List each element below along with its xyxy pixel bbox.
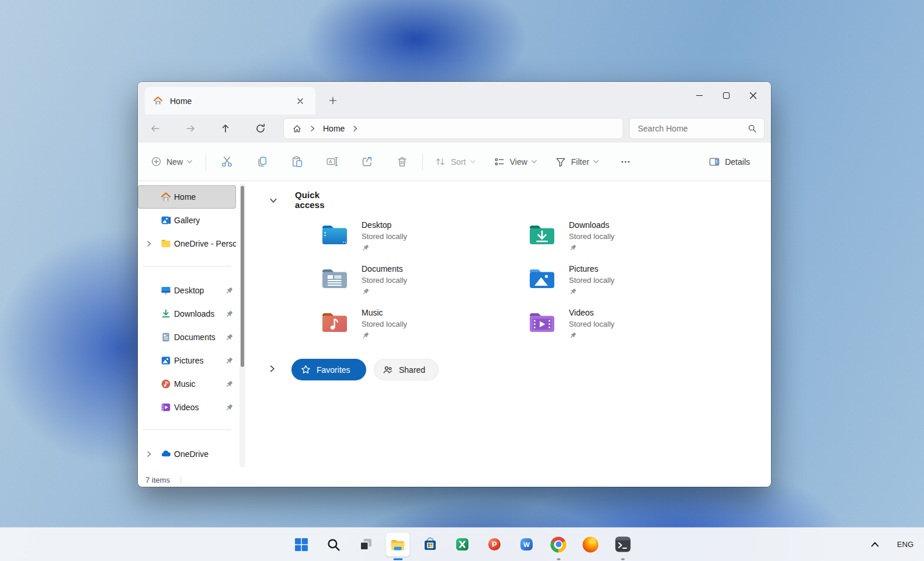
favorites-tab[interactable]: Favorites: [291, 359, 366, 380]
documents-folder-icon: [321, 266, 349, 291]
sidebar-item-label: Desktop: [174, 286, 204, 295]
sort-icon: [435, 156, 446, 168]
chevron-up-icon[interactable]: [870, 540, 880, 549]
chevron-right-icon[interactable]: [145, 240, 152, 247]
downloads-icon: [161, 309, 171, 319]
filter-button[interactable]: Filter: [551, 150, 603, 174]
paste-button[interactable]: [284, 150, 309, 174]
share-button[interactable]: [355, 150, 379, 174]
start-button[interactable]: [290, 532, 314, 556]
language-indicator[interactable]: ENG: [897, 540, 913, 549]
new-tab-button[interactable]: [324, 91, 342, 110]
maximize-icon: [723, 92, 730, 99]
filter-button-label: Filter: [571, 157, 589, 167]
onedrive-folder-icon: [161, 238, 171, 249]
pin-icon: [569, 244, 577, 252]
tab-home[interactable]: Home: [145, 87, 315, 115]
tile-subtitle: Stored locally: [362, 231, 407, 242]
sidebar-item-documents[interactable]: Documents: [138, 325, 236, 349]
microsoft-store-icon: [422, 537, 437, 552]
tile-documents[interactable]: Documents Stored locally: [321, 262, 528, 306]
sidebar-item-pictures[interactable]: Pictures: [138, 349, 236, 372]
powerpoint-button[interactable]: P: [482, 532, 506, 556]
tile-name: Desktop: [362, 219, 407, 231]
pin-icon: [569, 331, 577, 340]
terminal-button[interactable]: [611, 532, 635, 556]
taskbar-file-explorer-button[interactable]: [386, 532, 410, 556]
sidebar-scrollbar-track[interactable]: [239, 183, 245, 468]
view-button[interactable]: View: [490, 150, 541, 174]
status-divider: [180, 476, 181, 484]
sidebar-item-desktop[interactable]: Desktop: [138, 279, 236, 302]
home-icon: [153, 96, 163, 106]
favorites-expand-button[interactable]: [266, 362, 279, 375]
tile-pictures[interactable]: Pictures Stored locally: [528, 262, 735, 306]
details-button-label: Details: [725, 157, 750, 167]
word-button[interactable]: W: [515, 532, 539, 556]
minimize-button[interactable]: [686, 84, 713, 106]
rename-button[interactable]: A: [319, 150, 344, 174]
taskbar-search-button[interactable]: [322, 532, 346, 556]
search-icon[interactable]: [748, 124, 757, 133]
pin-icon: [569, 288, 577, 296]
pin-icon: [362, 244, 370, 252]
refresh-button[interactable]: [250, 118, 271, 139]
cut-button[interactable]: [214, 150, 239, 174]
sidebar-item-label: OneDrive: [174, 449, 209, 459]
sidebar-item-gallery[interactable]: Gallery: [138, 209, 236, 232]
tile-desktop[interactable]: Desktop Stored locally: [321, 218, 528, 262]
back-button[interactable]: [145, 118, 166, 139]
chevron-right-icon: [268, 365, 276, 373]
svg-text:A: A: [329, 159, 332, 164]
command-toolbar: New: [138, 143, 771, 181]
address-bar[interactable]: Home: [284, 119, 623, 138]
chevron-right-icon[interactable]: [145, 451, 152, 458]
shared-tab[interactable]: Shared: [374, 359, 439, 380]
sidebar-scrollbar-thumb[interactable]: [241, 186, 244, 367]
breadcrumb-segment[interactable]: Home: [319, 120, 348, 137]
chevron-down-icon: [186, 158, 193, 165]
close-button[interactable]: [739, 84, 766, 106]
search-input[interactable]: [638, 124, 748, 133]
maximize-button[interactable]: [713, 84, 739, 106]
task-view-button[interactable]: [354, 532, 378, 556]
details-button[interactable]: Details: [703, 150, 759, 174]
up-icon: [220, 123, 231, 134]
desktop-folder-icon: [321, 223, 349, 247]
sidebar-item-onedrive[interactable]: OneDrive: [138, 442, 236, 466]
sidebar-item-videos[interactable]: Videos: [138, 396, 236, 419]
navigation-pane: Home Gallery: [138, 181, 250, 473]
taskbar: P W: [0, 528, 924, 561]
tile-name: Videos: [569, 307, 614, 318]
up-button[interactable]: [215, 118, 236, 139]
pictures-folder-icon: [528, 266, 556, 291]
firefox-button[interactable]: [579, 532, 603, 556]
favorites-tab-label: Favorites: [317, 365, 350, 375]
tab-close-icon[interactable]: [293, 94, 307, 108]
tile-subtitle: Stored locally: [569, 318, 614, 330]
microsoft-store-button[interactable]: [418, 532, 442, 556]
new-button[interactable]: New: [146, 150, 197, 174]
delete-button[interactable]: [390, 150, 414, 174]
chrome-button[interactable]: [547, 532, 571, 556]
pin-icon: [225, 403, 234, 412]
sort-button[interactable]: Sort: [431, 150, 480, 174]
sidebar-item-home[interactable]: Home: [138, 185, 236, 209]
breadcrumb-home-button[interactable]: [289, 120, 305, 137]
tile-downloads[interactable]: Downloads Stored locally: [528, 218, 735, 262]
copy-button[interactable]: [249, 150, 274, 174]
tile-videos[interactable]: Videos Stored locally: [528, 306, 735, 349]
videos-folder-icon: [528, 310, 556, 335]
window-body: Home Gallery: [138, 181, 771, 473]
tile-music[interactable]: Music Stored locally: [321, 306, 528, 349]
forward-button[interactable]: [180, 118, 201, 139]
sidebar-item-downloads[interactable]: Downloads: [138, 302, 236, 325]
quick-access-collapse-button[interactable]: [267, 194, 280, 207]
system-tray: ENG: [870, 528, 913, 561]
more-options-button[interactable]: [613, 150, 638, 174]
documents-icon: [161, 332, 171, 342]
chevron-down-icon: [531, 158, 537, 165]
excel-button[interactable]: [450, 532, 474, 556]
sidebar-item-onedrive-personal[interactable]: OneDrive - Personal: [138, 232, 236, 255]
sidebar-item-music[interactable]: Music: [138, 372, 236, 396]
